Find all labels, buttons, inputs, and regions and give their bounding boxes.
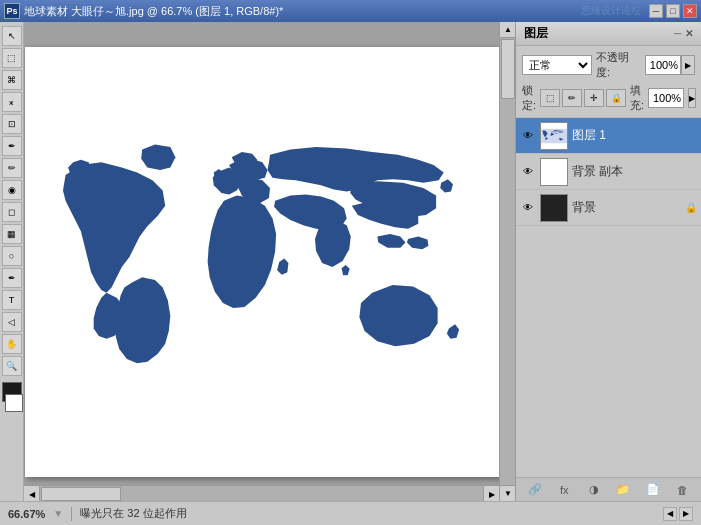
tool-pen[interactable]: ✒ [2,268,22,288]
status-separator [71,507,72,521]
create-group-button[interactable]: 📁 [613,481,633,499]
tool-stamp[interactable]: ◉ [2,180,22,200]
scroll-left-button[interactable]: ◀ [24,486,40,501]
layers-panel-title: 图层 [524,25,548,42]
tool-gradient[interactable]: ▦ [2,224,22,244]
add-mask-button[interactable]: ◑ [584,481,604,499]
tool-brush[interactable]: ✏ [2,158,22,178]
layer-thumb-0 [540,122,568,150]
title-bar-left: Ps 地球素材 大眼仔～旭.jpg @ 66.7% (图层 1, RGB/8#)… [4,3,283,19]
layer-visibility-1[interactable]: 👁 [520,164,536,180]
canvas-area: ▲ ▼ ◀ ▶ [24,22,515,501]
add-style-button[interactable]: fx [554,481,574,499]
tool-dodge[interactable]: ○ [2,246,22,266]
panels-area: 图层 ─ ✕ 正常 溶解 变暗 正片叠底 不透明度: ▶ [515,22,701,501]
layers-panel-header: 图层 ─ ✕ [516,22,701,46]
layer-visibility-2[interactable]: 👁 [520,200,536,216]
lock-transparent-button[interactable]: ⬚ [540,89,560,107]
maximize-button[interactable]: □ [666,4,680,18]
scroll-right-button[interactable]: ▶ [483,486,499,501]
fill-label: 填充: [630,83,644,113]
layer-name-0: 图层 1 [572,127,697,144]
watermark: 思绪设计论坛 [581,4,641,18]
panel-collapse-button[interactable]: ─ [674,28,681,39]
title-bar-controls: ─ □ ✕ [649,4,697,18]
opacity-input[interactable] [645,55,681,75]
tool-eraser[interactable]: ◻ [2,202,22,222]
background-color[interactable] [5,394,23,412]
link-layers-button[interactable]: 🔗 [525,481,545,499]
panel-bottom-bar: 🔗 fx ◑ 📁 📄 🗑 [516,477,701,501]
panel-header-controls: ─ ✕ [674,28,693,39]
status-bar: 66.67% ▼ 曝光只在 32 位起作用 ◀ ▶ [0,501,701,525]
layer-item-2[interactable]: 👁 背景 🔒 [516,190,701,226]
lock-all-button[interactable]: 🔒 [606,89,626,107]
layer-controls: 正常 溶解 变暗 正片叠底 不透明度: ▶ 锁定: ⬚ ✏ ✛ 🔒 [516,46,701,118]
tool-text[interactable]: T [2,290,22,310]
layer-thumb-1 [540,158,568,186]
lock-label: 锁定: [522,83,536,113]
tool-crop[interactable]: ⊡ [2,114,22,134]
scroll-thumb-h[interactable] [41,487,121,501]
layer-lock-icon-2: 🔒 [685,202,697,213]
status-info: 曝光只在 32 位起作用 [80,506,186,521]
layer-visibility-0[interactable]: 👁 [520,128,536,144]
blend-opacity-row: 正常 溶解 变暗 正片叠底 不透明度: ▶ [522,50,695,80]
tool-lasso[interactable]: ⌘ [2,70,22,90]
close-button[interactable]: ✕ [683,4,697,18]
layer-name-1: 背景 副本 [572,163,697,180]
lock-paint-button[interactable]: ✏ [562,89,582,107]
layer-thumb-map [541,123,567,149]
tool-hand[interactable]: ✋ [2,334,22,354]
layer-item-0[interactable]: 👁 图层 1 [516,118,701,154]
fill-input[interactable] [648,88,684,108]
world-map-image [40,122,500,402]
tool-select[interactable]: ⬚ [2,48,22,68]
tool-eyedropper[interactable]: ✒ [2,136,22,156]
lock-icons-group: ⬚ ✏ ✛ 🔒 [540,89,626,107]
title-bar: Ps 地球素材 大眼仔～旭.jpg @ 66.7% (图层 1, RGB/8#)… [0,0,701,22]
layer-thumb-2 [540,194,568,222]
layer-item-1[interactable]: 👁 背景 副本 [516,154,701,190]
panel-close-button[interactable]: ✕ [685,28,693,39]
lock-move-button[interactable]: ✛ [584,89,604,107]
minimize-button[interactable]: ─ [649,4,663,18]
layer-list: 👁 图层 1 [516,118,701,477]
tool-shape[interactable]: ◁ [2,312,22,332]
fill-arrow-button[interactable]: ▶ [688,88,696,108]
lock-fill-row: 锁定: ⬚ ✏ ✛ 🔒 填充: ▶ [522,83,695,113]
tool-wand[interactable]: ⁎ [2,92,22,112]
delete-layer-button[interactable]: 🗑 [672,481,692,499]
tool-zoom[interactable]: 🔍 [2,356,22,376]
canvas-vscrollbar: ▲ ▼ [499,22,515,501]
status-nav-arrows: ◀ ▶ [663,507,693,521]
window-title: 地球素材 大眼仔～旭.jpg @ 66.7% (图层 1, RGB/8#)* [24,4,283,19]
scroll-thumb-v[interactable] [501,39,515,99]
ps-icon: Ps [4,3,20,19]
left-toolbar: ↖ ⬚ ⌘ ⁎ ⊡ ✒ ✏ ◉ ◻ ▦ ○ ✒ T ◁ ✋ 🔍 [0,22,24,501]
app-body: ↖ ⬚ ⌘ ⁎ ⊡ ✒ ✏ ◉ ◻ ▦ ○ ✒ T ◁ ✋ 🔍 [0,22,701,501]
scroll-up-button[interactable]: ▲ [500,22,515,38]
blend-mode-select[interactable]: 正常 溶解 变暗 正片叠底 [522,55,592,75]
status-next-button[interactable]: ▶ [679,507,693,521]
status-divider: ▼ [53,508,63,519]
canvas [25,47,515,477]
scroll-down-button[interactable]: ▼ [500,485,515,501]
scroll-track-h [40,486,483,501]
tool-move[interactable]: ↖ [2,26,22,46]
opacity-label: 不透明度: [596,50,641,80]
status-prev-button[interactable]: ◀ [663,507,677,521]
canvas-hscrollbar: ◀ ▶ [24,485,499,501]
create-layer-button[interactable]: 📄 [643,481,663,499]
layer-name-2: 背景 [572,199,681,216]
opacity-arrow-button[interactable]: ▶ [681,55,695,75]
zoom-level: 66.67% [8,508,45,520]
scroll-track-v [500,38,515,485]
